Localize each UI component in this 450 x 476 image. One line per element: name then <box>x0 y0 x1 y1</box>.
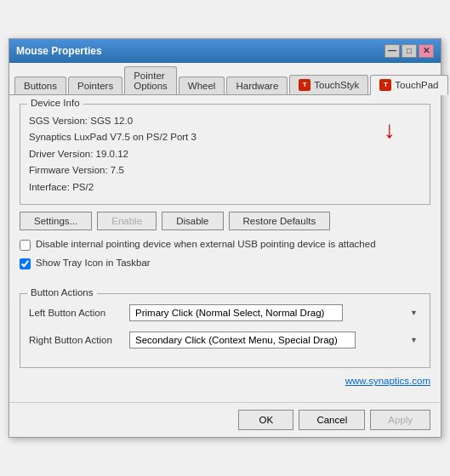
right-button-dropdown[interactable]: Secondary Click (Context Menu, Special D… <box>129 332 356 348</box>
synaptics-link[interactable]: www.synaptics.com <box>345 376 430 386</box>
cancel-button[interactable]: Cancel <box>299 410 365 430</box>
disable-internal-row: Disable internal pointing device when ex… <box>20 239 430 251</box>
device-info-line-5: Interface: PS/2 <box>29 179 197 196</box>
tab-wheel-label: Wheel <box>188 81 216 91</box>
device-info-title: Device Info <box>27 98 83 108</box>
disable-button[interactable]: Disable <box>162 212 223 230</box>
mouse-properties-dialog: Mouse Properties — □ ✕ Buttons Pointers … <box>9 38 441 439</box>
tab-hardware[interactable]: Hardware <box>226 76 288 94</box>
title-bar: Mouse Properties — □ ✕ <box>9 39 441 63</box>
close-button[interactable]: ✕ <box>419 44 434 58</box>
title-bar-buttons: — □ ✕ <box>384 44 434 58</box>
disable-internal-label[interactable]: Disable internal pointing device when ex… <box>36 239 376 249</box>
tab-touchstyk[interactable]: T TouchStyk <box>289 75 368 94</box>
tab-bar: Buttons Pointers Pointer Options Wheel H… <box>9 63 441 95</box>
settings-button[interactable]: Settings... <box>20 212 92 230</box>
device-info-line-4: Firmware Version: 7.5 <box>29 162 197 179</box>
maximize-button[interactable]: □ <box>402 44 417 58</box>
window-title: Mouse Properties <box>16 45 102 57</box>
enable-button[interactable]: Enable <box>97 212 157 230</box>
device-info-line-3: Driver Version: 19.0.12 <box>29 146 197 163</box>
action-buttons-row: Settings... Enable Disable Restore Defau… <box>20 212 430 230</box>
right-button-label: Right Button Action <box>29 335 122 345</box>
tab-pointers[interactable]: Pointers <box>68 76 122 94</box>
device-info-group: Device Info SGS Version: SGS 12.0 Synapt… <box>20 104 430 206</box>
device-info-line-2: Synaptics LuxPad V7.5 on PS/2 Port 3 <box>29 129 197 146</box>
disable-internal-checkbox[interactable] <box>20 240 31 251</box>
left-button-dropdown-wrapper: Primary Click (Normal Select, Normal Dra… <box>129 304 421 321</box>
restore-defaults-button[interactable]: Restore Defaults <box>229 212 331 230</box>
ok-button[interactable]: OK <box>238 410 293 430</box>
tab-hardware-label: Hardware <box>236 81 278 91</box>
show-tray-row: Show Tray Icon in Taskbar <box>20 258 430 269</box>
left-button-action-row: Left Button Action Primary Click (Normal… <box>29 304 421 321</box>
tab-buttons[interactable]: Buttons <box>14 76 66 94</box>
tab-touchstyk-label: TouchStyk <box>314 80 359 90</box>
device-info-line-1: SGS Version: SGS 12.0 <box>29 113 197 130</box>
left-button-dropdown[interactable]: Primary Click (Normal Select, Normal Dra… <box>129 304 343 321</box>
tab-pointer-options-label: Pointer Options <box>134 71 168 91</box>
show-tray-label[interactable]: Show Tray Icon in Taskbar <box>36 258 151 268</box>
device-info-wrapper: SGS Version: SGS 12.0 Synaptics LuxPad V… <box>29 110 421 196</box>
right-button-action-row: Right Button Action Secondary Click (Con… <box>29 332 421 348</box>
tab-buttons-label: Buttons <box>24 81 57 91</box>
footer-buttons: OK Cancel Apply <box>9 402 441 437</box>
show-tray-checkbox[interactable] <box>20 258 31 269</box>
device-info-text: SGS Version: SGS 12.0 Synaptics LuxPad V… <box>29 110 197 196</box>
right-button-dropdown-wrapper: Secondary Click (Context Menu, Special D… <box>129 332 421 348</box>
touchpad-icon: T <box>379 79 391 91</box>
tab-touchpad[interactable]: T TouchPad <box>370 75 447 95</box>
left-button-label: Left Button Action <box>29 308 122 318</box>
tab-pointers-label: Pointers <box>77 81 113 91</box>
tab-wheel[interactable]: Wheel <box>179 76 225 94</box>
apply-button[interactable]: Apply <box>370 410 430 430</box>
tab-touchpad-label: TouchPad <box>395 80 438 90</box>
button-actions-group: Button Actions Left Button Action Primar… <box>20 293 430 368</box>
tab-pointer-options[interactable]: Pointer Options <box>124 66 177 94</box>
tab-content: Device Info SGS Version: SGS 12.0 Synapt… <box>9 95 441 403</box>
button-actions-title: Button Actions <box>27 287 97 298</box>
synaptics-link-row: www.synaptics.com <box>20 375 430 387</box>
minimize-button[interactable]: — <box>384 44 400 58</box>
arrow-down-icon: ↓ <box>384 118 396 142</box>
touchstyk-icon: T <box>299 79 310 91</box>
